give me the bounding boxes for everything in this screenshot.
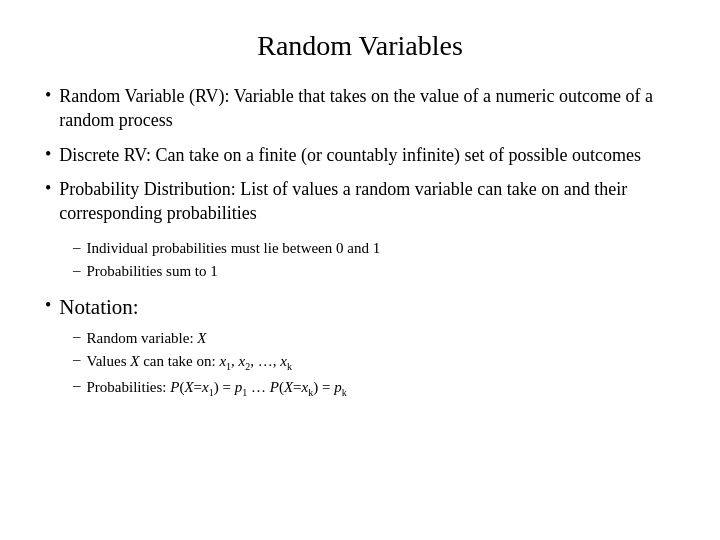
notation-sub-item-2: – Values X can take on: x1, x2, …, xk (73, 351, 675, 374)
sub-dash-1: – (73, 239, 81, 256)
notation-sub-text-3: Probabilities: P(X=x1) = p1 … P(X=xk) = … (87, 377, 347, 400)
slide: Random Variables • Random Variable (RV):… (0, 0, 720, 540)
notation-bullet: • Notation: (45, 294, 675, 321)
notation-dash-3: – (73, 377, 81, 394)
sub-item-2: – Probabilities sum to 1 (73, 262, 675, 282)
bullet-item-discrete-rv: • Discrete RV: Can take on a finite (or … (45, 143, 675, 167)
content-area: • Random Variable (RV): Variable that ta… (45, 84, 675, 510)
sub-dash-2: – (73, 262, 81, 279)
notation-dash-2: – (73, 351, 81, 368)
bullet-dot-2: • (45, 144, 51, 165)
notation-section: • Notation: – Random variable: X – Value… (45, 294, 675, 402)
notation-subitems: – Random variable: X – Values X can take… (73, 328, 675, 399)
bullet-dot-4: • (45, 295, 51, 316)
bullet-text-1: Random Variable (RV): Variable that take… (59, 84, 675, 133)
slide-title: Random Variables (45, 30, 675, 62)
notation-sub-text-1: Random variable: X (87, 328, 207, 348)
bullet-item-rv-definition: • Random Variable (RV): Variable that ta… (45, 84, 675, 133)
notation-sub-item-1: – Random variable: X (73, 328, 675, 348)
notation-dash-1: – (73, 328, 81, 345)
notation-label: Notation: (59, 294, 138, 321)
bullet-dot-1: • (45, 85, 51, 106)
bullet-text-2: Discrete RV: Can take on a finite (or co… (59, 143, 641, 167)
bullet-dot-3: • (45, 178, 51, 199)
bullet-text-3: Probability Distribution: List of values… (59, 177, 675, 226)
prob-dist-subitems: – Individual probabilities must lie betw… (73, 239, 675, 284)
notation-sub-item-3: – Probabilities: P(X=x1) = p1 … P(X=xk) … (73, 377, 675, 400)
sub-item-1: – Individual probabilities must lie betw… (73, 239, 675, 259)
sub-text-1: Individual probabilities must lie betwee… (87, 239, 381, 259)
bullet-item-prob-dist: • Probability Distribution: List of valu… (45, 177, 675, 226)
notation-sub-text-2: Values X can take on: x1, x2, …, xk (87, 351, 292, 374)
sub-text-2: Probabilities sum to 1 (87, 262, 218, 282)
